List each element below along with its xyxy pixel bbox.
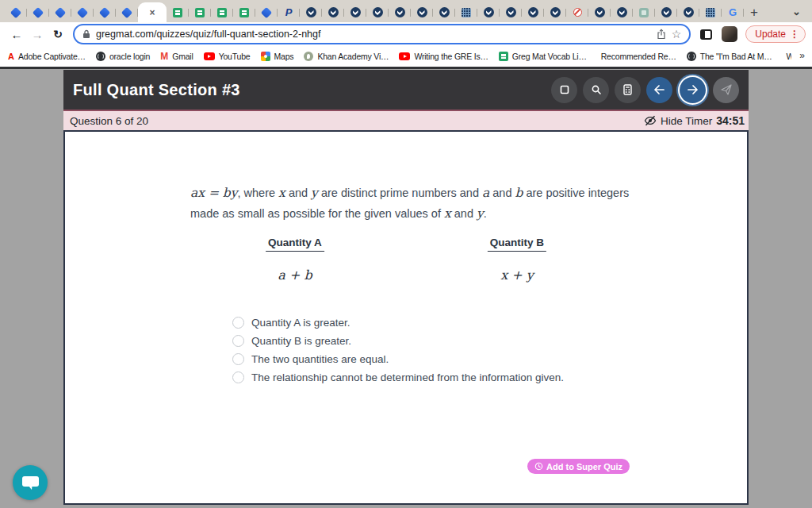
quantity-a: Quantity A a + b [266,235,324,283]
math-text: x [444,206,451,221]
share-icon[interactable] [657,29,666,40]
browser-tab[interactable] [116,2,138,22]
sidebar-toggle-icon[interactable] [700,29,712,40]
browser-tab[interactable] [233,2,255,22]
browser-tab[interactable] [699,2,722,22]
browser-tab[interactable] [189,2,211,22]
next-question-button[interactable] [680,77,706,103]
browser-tab[interactable] [389,2,411,22]
sheets-favicon-icon [173,8,182,17]
address-bar[interactable]: gregmat.com/quizzes/quiz/full-quant-sect… [73,24,691,44]
bookmark-item[interactable]: Khan Academy Vi… [304,52,389,61]
gregmat-favicon-icon [550,7,561,17]
search-button[interactable] [583,77,609,103]
radio-button[interactable] [232,371,244,383]
browser-tab[interactable] [566,2,588,22]
radio-button[interactable] [232,317,244,329]
browser-tab[interactable] [500,2,522,22]
browser-tab[interactable] [588,2,611,22]
browser-tab[interactable] [211,2,233,22]
browser-tab[interactable] [433,2,455,22]
chevron-down-icon[interactable]: ⌄ [792,6,801,17]
browser-tab[interactable] [49,2,71,22]
option-label: Quantity A is greater. [251,317,350,329]
tab-strip: ×PG + ⌄ [0,0,812,22]
bookmark-item[interactable]: AAdobe Captivate… [8,52,86,61]
browser-tab[interactable] [477,2,500,22]
browser-tab[interactable] [455,2,477,22]
page-background: Full Quant Section #3 Question 6 of 20 H… [0,67,812,508]
math-text: y [311,186,318,200]
chat-button[interactable] [13,465,48,500]
new-tab-button[interactable]: + [744,2,764,22]
answer-option[interactable]: Quantity A is greater. [232,317,564,329]
paypal-favicon-icon: P [285,7,293,17]
submit-button[interactable] [713,77,739,103]
bookmark-item[interactable]: Writing the GRE Is… [399,52,488,61]
bookmark-item[interactable]: oracle login [96,52,150,61]
teal-favicon-icon [639,8,649,17]
adobe-icon: A [8,52,14,61]
answer-option[interactable]: The two quantities are equal. [232,353,564,365]
close-tab-icon[interactable]: × [149,8,155,17]
browser-tab[interactable] [167,2,189,22]
browser-tab[interactable] [5,2,27,22]
question-progress: Question 6 of 20 [70,115,148,127]
update-button[interactable]: Update ⋮ [745,25,806,43]
bookmark-item[interactable]: Maps [261,52,294,61]
browser-tab[interactable] [611,2,633,22]
lock-icon [82,29,90,39]
calculator-icon [622,84,633,95]
browser-tab[interactable] [300,2,322,22]
bookmark-label: Adobe Captivate… [18,52,86,61]
bookmark-label: Writing the GRE Is… [414,52,488,61]
captivate-favicon-icon [77,6,88,17]
clock-icon [534,462,543,471]
fullscreen-button[interactable] [551,77,577,103]
browser-tab[interactable] [544,2,566,22]
answer-option[interactable]: Quantity B is greater. [232,335,564,347]
profile-avatar[interactable] [722,26,737,42]
browser-tab[interactable] [633,2,655,22]
browser-tab[interactable] [322,2,344,22]
gregmat-favicon-icon [373,7,383,17]
browser-tab[interactable] [366,2,389,22]
browser-tab[interactable] [27,2,49,22]
bookmark-item[interactable]: Week 1 of The Tw… [783,52,791,61]
reload-button[interactable]: ↻ [48,28,68,40]
browser-tab[interactable] [344,2,366,22]
browser-tab[interactable] [71,2,94,22]
bookmark-item[interactable]: Greg Mat Vocab Li… [499,52,587,61]
youtube-icon [204,52,215,60]
radio-button[interactable] [232,335,244,347]
browser-tab[interactable] [255,2,278,22]
browser-tab[interactable] [411,2,433,22]
bookmark-item[interactable]: Recommended Re… [597,52,676,61]
radio-button[interactable] [232,353,244,365]
calculator-button[interactable] [615,77,641,103]
browser-tab[interactable] [655,2,677,22]
hide-timer-control[interactable]: Hide Timer 34:51 [644,114,745,127]
bookmark-item[interactable]: YouTube [204,52,251,61]
back-button[interactable]: ← [6,28,27,41]
bookmark-label: Maps [274,52,294,61]
gregmat-favicon-icon [306,7,316,17]
gregmat-favicon-icon [417,7,427,17]
prev-question-button[interactable] [646,77,672,103]
forward-button[interactable]: → [27,28,48,41]
browser-tab[interactable] [522,2,544,22]
browser-tab[interactable] [677,2,699,22]
browser-tab[interactable]: G [722,2,744,22]
bookmark-item[interactable]: The "I'm Bad At M… [687,52,772,61]
browser-tab[interactable] [94,2,116,22]
prompt-text: , where [238,187,279,199]
add-to-super-quiz-button[interactable]: Add to Super Quiz [527,459,630,474]
gregmat-favicon-icon [528,7,538,17]
bookmarks-overflow-chevron[interactable]: » [799,50,805,61]
monkeytype-favicon-icon [573,8,582,17]
browser-tab[interactable]: P [278,2,300,22]
bookmark-star-icon[interactable]: ☆ [672,28,682,40]
browser-tab-active[interactable]: × [138,2,167,22]
bookmark-item[interactable]: MGmail [160,52,193,61]
answer-option[interactable]: The relationship cannot be determined fr… [232,371,564,383]
